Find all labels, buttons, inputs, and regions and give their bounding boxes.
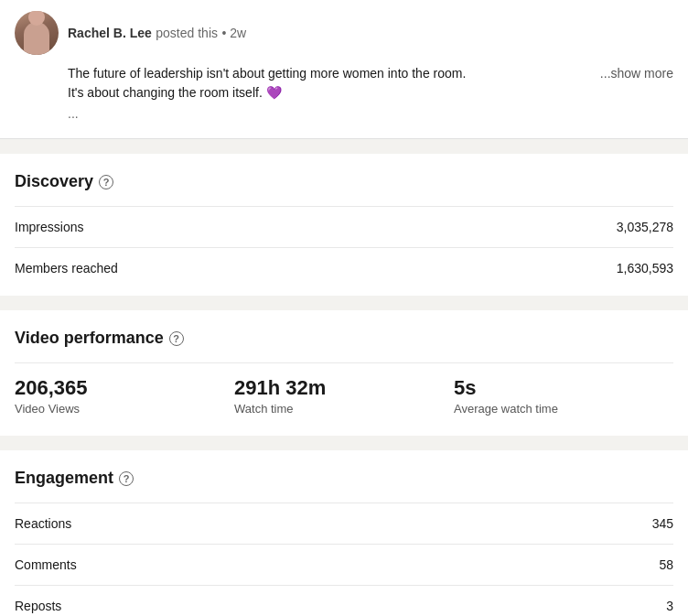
video-performance-title: Video performance ? xyxy=(15,329,673,348)
post-separator: • xyxy=(221,26,230,40)
post-author-info: Rachel B. Lee posted this • 2w xyxy=(68,25,673,41)
engagement-title: Engagement ? xyxy=(15,469,673,488)
show-more-link[interactable]: ...show more xyxy=(600,64,673,83)
members-reached-value: 1,630,593 xyxy=(617,261,673,276)
impressions-label: Impressions xyxy=(15,220,83,234)
comments-value: 58 xyxy=(659,557,673,572)
engagement-title-text: Engagement xyxy=(15,469,113,488)
reposts-label: Reposts xyxy=(15,599,61,613)
video-performance-section: Video performance ? 206,365 Video Views … xyxy=(0,310,688,436)
engagement-help-icon[interactable]: ? xyxy=(119,471,134,486)
watch-time-item: 291h 32m Watch time xyxy=(234,376,454,416)
post-content-line2: It's about changing the room itself. 💜 xyxy=(68,85,282,100)
avatar xyxy=(15,11,59,55)
video-stats-row: 206,365 Video Views 291h 32m Watch time … xyxy=(15,362,673,428)
post-posted-text: posted this xyxy=(156,26,218,40)
discovery-title-text: Discovery xyxy=(15,172,93,191)
post-ellipsis: ... xyxy=(68,104,673,124)
post-card: Rachel B. Lee posted this • 2w ...show m… xyxy=(0,0,688,139)
discovery-help-icon[interactable]: ? xyxy=(99,175,113,189)
video-views-label: Video Views xyxy=(15,402,234,416)
video-views-value: 206,365 xyxy=(15,376,234,400)
avg-watch-time-value: 5s xyxy=(454,376,673,400)
discovery-title: Discovery ? xyxy=(15,172,673,191)
members-reached-row: Members reached 1,630,593 xyxy=(15,247,673,288)
reactions-value: 345 xyxy=(652,516,673,531)
impressions-value: 3,035,278 xyxy=(617,220,673,234)
post-time: 2w xyxy=(230,26,246,40)
watch-time-value: 291h 32m xyxy=(234,376,454,400)
discovery-section: Discovery ? Impressions 3,035,278 Member… xyxy=(0,154,688,296)
video-views-item: 206,365 Video Views xyxy=(15,376,234,416)
post-content-line1: The future of leadership isn't about get… xyxy=(68,66,466,81)
avg-watch-time-label: Average watch time xyxy=(454,402,673,416)
section-divider-1 xyxy=(0,146,688,154)
reposts-value: 3 xyxy=(666,599,673,613)
reactions-row: Reactions 345 xyxy=(15,503,673,544)
avg-watch-time-item: 5s Average watch time xyxy=(454,376,673,416)
members-reached-label: Members reached xyxy=(15,261,118,276)
impressions-row: Impressions 3,035,278 xyxy=(15,206,673,247)
section-divider-3 xyxy=(0,443,688,450)
engagement-section: Engagement ? Reactions 345 Comments 58 R… xyxy=(0,450,688,616)
watch-time-label: Watch time xyxy=(234,402,454,416)
video-performance-title-text: Video performance xyxy=(15,329,164,348)
video-performance-help-icon[interactable]: ? xyxy=(169,331,184,346)
post-content: ...show more The future of leadership is… xyxy=(68,64,673,124)
comments-label: Comments xyxy=(15,557,77,572)
reposts-row: Reposts 3 xyxy=(15,585,673,616)
comments-row: Comments 58 xyxy=(15,544,673,585)
section-divider-2 xyxy=(0,303,688,310)
post-author-name[interactable]: Rachel B. Lee xyxy=(68,26,152,40)
post-section: Rachel B. Lee posted this • 2w ...show m… xyxy=(0,0,688,139)
reactions-label: Reactions xyxy=(15,516,71,531)
post-meta: Rachel B. Lee posted this • 2w xyxy=(15,11,673,55)
